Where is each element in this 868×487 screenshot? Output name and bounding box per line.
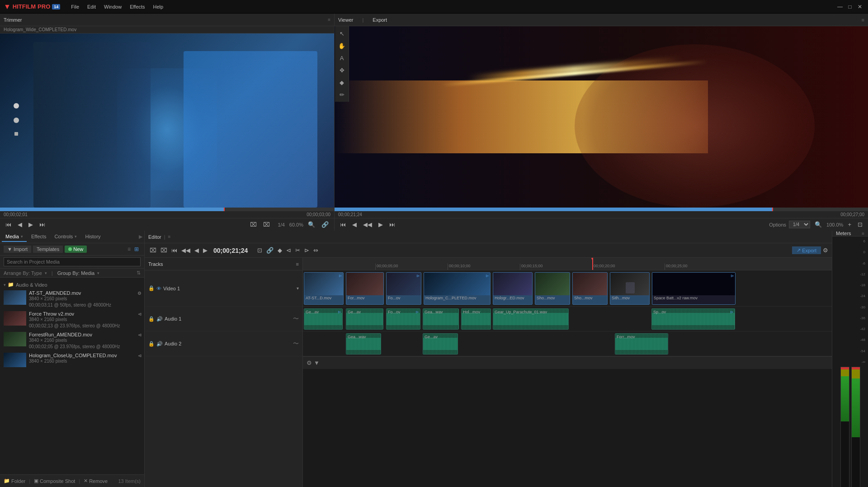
track-arrow-down-icon[interactable]: ▼ [314, 359, 320, 366]
tl-in-point[interactable]: ⌧ [148, 246, 158, 254]
audio-clip-1[interactable]: Ge...av [346, 308, 383, 330]
track-collapse-icon[interactable]: ▾ [297, 286, 299, 291]
tool-transform[interactable]: ✥ [336, 65, 347, 76]
viewer-safe-icon[interactable]: ⊡ [856, 220, 864, 229]
trimmer-mark-out[interactable]: ⌧ [261, 220, 272, 229]
audio-clip-6[interactable]: Sp...ov ⊳ [651, 308, 735, 330]
tl-ripple[interactable]: ⊲ [285, 246, 292, 254]
list-item[interactable]: Force Throw v2.mov 3840 × 2160 pixels 00… [0, 310, 144, 331]
tl-skip-start[interactable]: ⏮ [170, 246, 179, 254]
tl-settings-icon[interactable]: ⚙ [823, 247, 828, 254]
tab-controls-arrow[interactable]: ▾ [75, 234, 77, 239]
viewer-skip-start[interactable]: ⏮ [338, 220, 348, 229]
viewer-step-back[interactable]: ◀◀ [361, 220, 374, 229]
track-vis-icon[interactable]: 👁 [156, 286, 161, 291]
tab-media-arrow[interactable]: ▾ [21, 234, 23, 239]
video-clip-3[interactable]: Hologram_C...PLETED.mov ⊳ [424, 272, 491, 305]
viewer-play[interactable]: ▶ [377, 220, 385, 229]
audio2-track-header[interactable]: 🔒 🔊 Audio 2 〜 [145, 331, 302, 356]
list-item[interactable]: ForrestRun_AMENDED.mov 3840 × 2160 pixel… [0, 331, 144, 351]
tool-bezier[interactable]: ◆ [336, 77, 347, 88]
tl-prev-frame-2[interactable]: ◀ [193, 246, 200, 254]
arrange-sort-icon[interactable]: ⇅ [137, 270, 141, 276]
tab-media[interactable]: Media ▾ [2, 232, 27, 242]
group-arrow[interactable]: ▾ [97, 271, 99, 275]
audio2-clip-0[interactable]: Gea...wav [346, 333, 381, 355]
audio1-curve-icon[interactable]: 〜 [293, 315, 299, 323]
remove-button[interactable]: ✕ Remove [84, 478, 108, 484]
tracks-settings-icon[interactable]: ≡ [296, 261, 299, 267]
audio2-clip-2[interactable]: Forr...mov [615, 333, 668, 355]
audio2-lock-icon[interactable]: 🔒 [148, 341, 155, 347]
menu-file[interactable]: File [67, 2, 83, 11]
trimmer-link-icon[interactable]: 🔗 [320, 220, 330, 229]
audio-clip-0[interactable]: Ge...av ⊳ [304, 308, 343, 330]
trimmer-skip-start[interactable]: ⏮ [4, 220, 13, 229]
media-options-icon-1[interactable]: ⊲ [138, 312, 142, 317]
media-section-header[interactable]: ▾ 📁 Audio & Video [0, 280, 144, 289]
audio1-track-header[interactable]: 🔒 🔊 Audio 1 〜 [145, 307, 302, 331]
track-add-icon[interactable]: ⚙ [307, 359, 312, 366]
templates-button[interactable]: Templates [33, 246, 63, 253]
viewer-timeline[interactable] [335, 208, 868, 211]
left-panel-expand[interactable]: ▶ [139, 234, 142, 240]
composite-shot-button[interactable]: ▣ Composite Shot [34, 478, 75, 484]
video-clip-7[interactable]: Sith...mov [610, 272, 650, 305]
video-clip-8[interactable]: Space Batt...v2 raw.mov ⊳ [652, 272, 736, 305]
timeline-content[interactable]: 00;00;05;00 00;00;10;00 00;00;15;00 00;0… [303, 258, 832, 487]
menu-effects[interactable]: Effects [126, 2, 148, 11]
editor-menu-icon[interactable]: ≡ [168, 234, 171, 239]
viewer-skip-end[interactable]: ⏭ [387, 220, 397, 229]
tool-select[interactable]: ↖ [336, 28, 347, 39]
video-clip-6[interactable]: Sho...mov [572, 272, 608, 305]
menu-edit[interactable]: Edit [84, 2, 99, 11]
video-clip-1[interactable]: For...mov [346, 272, 384, 305]
audio2-clip-1[interactable]: Ge...av [423, 333, 458, 355]
meters-menu-icon[interactable]: ≡ [862, 231, 864, 236]
audio-clip-4[interactable]: Hol...mov [461, 308, 491, 330]
media-options-icon-3[interactable]: ⊲ [138, 353, 142, 358]
list-view-btn[interactable]: ≡ [126, 245, 132, 253]
trimmer-stop[interactable]: ⏭ [38, 220, 47, 229]
viewer-quality-select[interactable]: 1/4 1/2 Full [789, 221, 810, 228]
tool-text[interactable]: A [336, 52, 347, 63]
tab-controls[interactable]: Controls ▾ [51, 232, 80, 242]
media-options-icon-2[interactable]: ⊲ [138, 332, 142, 337]
trimmer-timeline[interactable] [0, 208, 334, 211]
viewer-prev-frame[interactable]: ◀ [350, 220, 359, 229]
audio2-curve-icon[interactable]: 〜 [293, 340, 299, 348]
media-options-icon-0[interactable]: ⚙ [137, 291, 142, 296]
video-track-header[interactable]: 🔒 👁 Video 1 ▾ [145, 270, 302, 307]
menu-help[interactable]: Help [150, 2, 167, 11]
viewer-zoom-up[interactable]: + [846, 220, 853, 229]
video-clip-5[interactable]: Sho...mov [535, 272, 570, 305]
trimmer-play-pause[interactable]: ▶ [27, 220, 35, 229]
trimmer-prev-frame[interactable]: ◀ [16, 220, 24, 229]
track-lock-icon[interactable]: 🔒 [148, 285, 155, 291]
audio1-mute-icon[interactable]: 🔊 [156, 316, 163, 322]
tab-effects[interactable]: Effects [28, 232, 50, 242]
tool-hand[interactable]: ✋ [336, 40, 347, 51]
folder-button[interactable]: 📁 Folder [4, 478, 25, 484]
tl-add-marker[interactable]: ◆ [276, 246, 283, 254]
trimmer-slider-2[interactable] [14, 118, 19, 123]
video-clip-4[interactable]: Hologr...ED.mov [493, 272, 533, 305]
audio-clip-2[interactable]: Fo...ov ⊳ [386, 308, 420, 330]
video-clip-2[interactable]: Fo...ov ⊳ [386, 272, 421, 305]
grid-view-btn[interactable]: ⊞ [132, 245, 141, 253]
export-button[interactable]: ↗ Export [792, 246, 821, 254]
tl-slide[interactable]: ⇔ [312, 246, 320, 254]
import-button[interactable]: ▼ Import [4, 246, 31, 253]
list-item[interactable]: AT-ST_AMENDED.mov 3840 × 2160 pixels 00;… [0, 289, 144, 310]
trimmer-menu-icon[interactable]: ≡ [328, 17, 330, 22]
viewer-menu-icon[interactable]: ≡ [862, 17, 864, 23]
tl-play[interactable]: ▶ [202, 246, 209, 254]
menu-window[interactable]: Window [100, 2, 125, 11]
new-button[interactable]: New [65, 246, 87, 253]
tl-out-point[interactable]: ⌧ [159, 246, 169, 254]
viewer-zoom-down[interactable]: 🔍 [813, 220, 824, 229]
viewer-options[interactable]: Options [769, 222, 786, 227]
audio-clip-3[interactable]: Gea...wav [423, 308, 459, 330]
maximize-button[interactable]: □ [845, 2, 854, 11]
trimmer-zoom-icon[interactable]: 🔍 [306, 220, 317, 229]
